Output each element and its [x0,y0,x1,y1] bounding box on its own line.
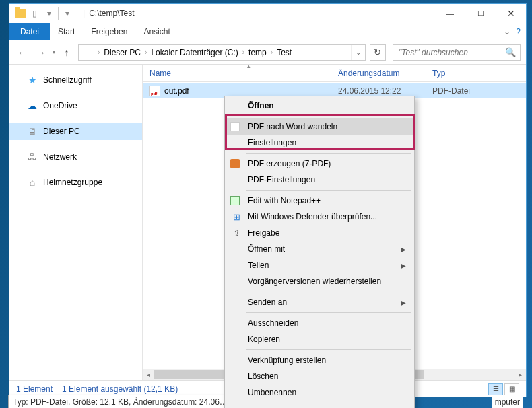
breadcrumb[interactable]: Dieser PC [101,45,143,60]
context-menu-item[interactable]: Teilen▶ [226,257,413,273]
file-name: out.pdf [164,86,189,96]
sidebar-item[interactable]: 🖧Netzwerk [9,148,142,166]
chevron-right-icon[interactable]: › [269,48,274,56]
context-menu-item[interactable]: ⇪Freigabe [226,225,413,241]
scroll-left-icon[interactable]: ◂ [143,369,154,380]
context-menu-item[interactable]: Kopieren [226,331,413,347]
context-menu-item[interactable]: Öffnen [226,98,413,114]
context-menu-item[interactable]: PDF-Einstellungen [226,172,413,188]
file-name-cell[interactable]: out.pdf [143,86,331,96]
sidebar-item[interactable]: ★Schnellzugriff [9,71,142,89]
context-menu-item[interactable]: Öffnen mit▶ [226,241,413,257]
submenu-arrow-icon: ▶ [401,262,413,269]
details-view-button[interactable]: ☰ [488,383,503,395]
forward-button[interactable]: → [34,45,48,60]
context-menu-label: Teilen [248,261,269,270]
sidebar-item[interactable]: ⌂Heimnetzgruppe [9,174,142,191]
ico-onedrive-icon: ☁ [27,100,38,111]
icons-view-button[interactable]: ▦ [504,383,519,395]
help-icon[interactable]: ? [516,27,521,36]
context-menu-item[interactable]: Einstellungen [226,135,413,151]
back-button[interactable]: ← [15,45,30,60]
chevron-right-icon[interactable]: › [241,48,246,56]
search-input[interactable] [397,47,505,58]
maximize-button[interactable]: ☐ [465,4,496,23]
context-menu-item[interactable]: Löschen [226,368,413,384]
tooltip-overflow: mputer [492,396,523,408]
context-menu-item[interactable]: Edit with Notepad++ [226,193,413,209]
status-selected: 1 Element ausgewählt (12,1 KB) [62,384,178,394]
context-menu-item[interactable]: PDF nach Word wandeln [226,118,413,135]
search-box[interactable]: 🔍 [393,44,521,61]
context-menu-label: Verknüpfung erstellen [248,355,326,365]
address-bar[interactable]: › Dieser PC › Lokaler Datenträger (C:) ›… [78,44,366,61]
chevron-right-icon[interactable]: › [96,48,101,56]
ico-star-icon: ★ [27,75,38,86]
menu-separator [246,153,411,154]
share-icon: ⇪ [230,227,242,239]
context-menu-item[interactable]: PDF erzeugen (7-PDF) [226,156,413,172]
qat-overflow-icon[interactable]: ▾ [61,7,73,20]
search-icon[interactable]: 🔍 [505,47,516,57]
breadcrumb[interactable]: temp [246,45,269,60]
navigation-bar: ← → ▾ ↑ › Dieser PC › Lokaler Datenträge… [9,40,526,65]
tab-share[interactable]: Freigeben [83,23,135,40]
context-menu-item[interactable]: Eigenschaften [226,405,413,408]
shield-icon: ⊞ [230,211,242,223]
folder-icon [83,48,92,57]
context-menu-item[interactable]: Ausschneiden [226,315,413,331]
ribbon: Datei Start Freigeben Ansicht ⌄ ? [9,23,526,40]
close-button[interactable]: ✕ [496,4,526,23]
ico-net-icon: 🖧 [27,151,38,162]
column-type[interactable]: Typ [426,65,506,81]
breadcrumb[interactable]: Test [274,45,294,60]
sidebar-item-label: Dieser PC [43,127,80,136]
ico-pc-icon: 🖥 [27,126,38,137]
sort-indicator-icon: ▴ [247,63,251,69]
tooltip: Typ: PDF-Datei, Größe: 12,1 KB, Änderung… [8,395,232,408]
folder-icon [15,9,26,18]
ribbon-help: ⌄ ? [504,27,526,36]
chevron-right-icon[interactable]: › [143,48,148,56]
breadcrumb[interactable]: Lokaler Datenträger (C:) [148,45,240,60]
window-title: |C:\temp\Test [79,9,134,18]
up-button[interactable]: ↑ [59,45,74,60]
minimize-button[interactable]: — [435,4,465,23]
context-menu-item[interactable]: ⊞Mit Windows Defender überprüfen... [226,209,413,225]
address-dropdown-icon[interactable]: ⌄ [351,45,365,60]
tab-view[interactable]: Ansicht [135,23,178,40]
context-menu-item[interactable]: Umbenennen [226,384,413,401]
scroll-right-icon[interactable]: ▸ [514,369,526,380]
file-tab[interactable]: Datei [9,23,50,40]
status-count: 1 Element [16,384,53,394]
context-menu-label: Freigabe [248,228,279,238]
context-menu-item[interactable]: Verknüpfung erstellen [226,352,413,368]
window-controls: — ☐ ✕ [435,4,526,23]
sidebar-item[interactable]: 🖥Dieser PC [9,123,142,140]
context-menu-label: Edit with Notepad++ [248,196,321,205]
menu-separator [246,312,411,313]
sidebar-item-label: Schnellzugriff [43,75,92,85]
context-menu-label: Vorgängerversionen wiederherstellen [248,277,381,286]
file-type-cell: PDF-Datei [426,86,506,96]
separator [58,7,59,20]
expand-ribbon-icon[interactable]: ⌄ [504,27,510,36]
file-date-cell: 24.06.2015 12:22 [331,86,426,96]
history-dropdown-icon[interactable]: ▾ [53,49,55,55]
sidebar-item[interactable]: ☁OneDrive [9,97,142,114]
ico-home-icon: ⌂ [27,177,38,188]
context-menu-label: PDF nach Word wandeln [248,122,337,131]
qat-dropdown-icon[interactable]: ▾ [43,7,55,20]
quick-access-toolbar: ▯ ▾ ▾ [9,7,79,20]
context-menu-label: Löschen [248,372,278,381]
column-date[interactable]: Änderungsdatum [331,65,426,81]
refresh-button[interactable]: ↻ [370,44,386,61]
column-name[interactable]: Name [143,65,331,81]
context-menu: ÖffnenPDF nach Word wandelnEinstellungen… [224,96,415,408]
sidebar-item-label: OneDrive [43,101,77,110]
context-menu-item[interactable]: Senden an▶ [226,294,413,310]
context-menu-item[interactable]: Vorgängerversionen wiederherstellen [226,273,413,290]
titlebar: ▯ ▾ ▾ |C:\temp\Test — ☐ ✕ [9,4,526,23]
tab-start[interactable]: Start [50,23,83,40]
qat-item-icon[interactable]: ▯ [28,7,40,20]
